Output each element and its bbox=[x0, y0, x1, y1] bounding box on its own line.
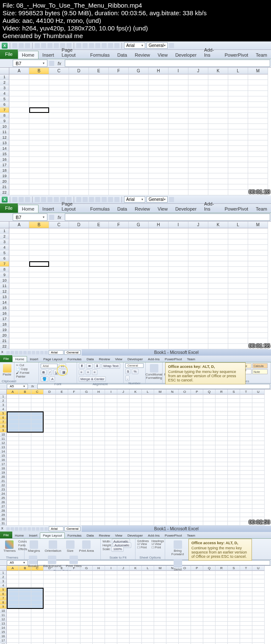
cell[interactable] bbox=[7, 575, 19, 579]
cell[interactable] bbox=[31, 403, 44, 407]
qat-redo-icon[interactable] bbox=[25, 197, 30, 202]
cell[interactable] bbox=[228, 278, 248, 283]
cell[interactable] bbox=[188, 311, 208, 316]
cell[interactable] bbox=[117, 504, 130, 509]
cell[interactable] bbox=[109, 96, 129, 102]
cell[interactable] bbox=[44, 639, 56, 643]
number-format-selector[interactable]: General▾ bbox=[147, 196, 168, 203]
cell[interactable] bbox=[142, 596, 154, 600]
cell[interactable] bbox=[49, 107, 69, 113]
cell[interactable] bbox=[191, 399, 203, 403]
cell[interactable] bbox=[191, 617, 203, 622]
cell[interactable] bbox=[31, 428, 44, 433]
cell[interactable] bbox=[31, 488, 44, 492]
row-header[interactable]: 8 bbox=[0, 424, 7, 428]
cell[interactable] bbox=[248, 96, 268, 102]
cell[interactable] bbox=[179, 433, 191, 437]
cell[interactable] bbox=[68, 592, 80, 596]
column-header[interactable]: E bbox=[89, 68, 109, 74]
cell[interactable] bbox=[89, 74, 109, 80]
cell[interactable] bbox=[228, 239, 248, 245]
cell[interactable] bbox=[19, 496, 31, 500]
cell[interactable] bbox=[9, 283, 29, 289]
cell[interactable] bbox=[9, 344, 29, 349]
cell[interactable] bbox=[216, 466, 228, 471]
cell[interactable] bbox=[169, 322, 188, 327]
cell[interactable] bbox=[179, 639, 191, 643]
cell[interactable] bbox=[188, 261, 208, 267]
cell[interactable] bbox=[130, 496, 142, 500]
cell[interactable] bbox=[191, 462, 203, 466]
cell[interactable] bbox=[49, 305, 69, 311]
cell[interactable] bbox=[9, 190, 29, 195]
cell[interactable] bbox=[228, 445, 240, 449]
cell[interactable] bbox=[179, 428, 191, 433]
cell[interactable] bbox=[240, 424, 252, 428]
cell[interactable] bbox=[69, 245, 89, 250]
cell[interactable] bbox=[9, 168, 29, 173]
cell[interactable] bbox=[203, 458, 216, 462]
row-header[interactable]: 12 bbox=[0, 289, 9, 294]
cell[interactable] bbox=[117, 399, 130, 403]
cell[interactable] bbox=[191, 500, 203, 504]
cell[interactable] bbox=[80, 509, 93, 513]
cell[interactable] bbox=[80, 626, 93, 630]
cell[interactable] bbox=[56, 571, 68, 575]
cell[interactable] bbox=[228, 261, 248, 267]
cell[interactable] bbox=[166, 424, 179, 428]
cell[interactable] bbox=[169, 278, 188, 283]
cell[interactable] bbox=[109, 184, 129, 190]
cell[interactable] bbox=[240, 403, 252, 407]
cell[interactable] bbox=[203, 575, 216, 579]
cell[interactable] bbox=[142, 639, 154, 643]
print-area-button[interactable]: Print Area bbox=[77, 540, 96, 554]
cell[interactable] bbox=[149, 140, 169, 146]
cell[interactable] bbox=[31, 622, 44, 626]
row-header[interactable]: 5 bbox=[0, 588, 7, 592]
cell[interactable] bbox=[31, 588, 44, 592]
cell[interactable] bbox=[208, 294, 228, 300]
cell[interactable] bbox=[154, 488, 166, 492]
font-color-button[interactable]: A bbox=[50, 376, 55, 382]
cell[interactable] bbox=[240, 600, 252, 605]
cell[interactable] bbox=[130, 416, 142, 420]
cell[interactable] bbox=[228, 146, 248, 151]
cell[interactable] bbox=[68, 613, 80, 617]
cell[interactable] bbox=[69, 151, 89, 157]
qat-undo-icon[interactable] bbox=[19, 197, 24, 202]
cell[interactable] bbox=[29, 129, 49, 135]
cell[interactable] bbox=[89, 135, 109, 140]
cell[interactable] bbox=[49, 74, 69, 80]
cell[interactable] bbox=[44, 445, 56, 449]
cell[interactable] bbox=[80, 521, 93, 526]
cell[interactable] bbox=[228, 333, 248, 338]
cell[interactable] bbox=[69, 289, 89, 294]
cell[interactable] bbox=[169, 250, 188, 256]
cell[interactable] bbox=[9, 322, 29, 327]
cell[interactable] bbox=[109, 305, 129, 311]
cell[interactable] bbox=[149, 239, 169, 245]
cell[interactable] bbox=[166, 588, 179, 592]
cell[interactable] bbox=[216, 634, 228, 639]
cell[interactable] bbox=[49, 162, 69, 168]
cell[interactable] bbox=[203, 411, 216, 416]
cell[interactable] bbox=[93, 509, 105, 513]
cell[interactable] bbox=[109, 261, 129, 267]
cell[interactable] bbox=[109, 283, 129, 289]
cell[interactable] bbox=[228, 344, 248, 349]
cell[interactable] bbox=[154, 613, 166, 617]
cell[interactable] bbox=[208, 173, 228, 179]
cell[interactable] bbox=[89, 283, 109, 289]
cell[interactable] bbox=[31, 600, 44, 605]
cell[interactable] bbox=[80, 428, 93, 433]
cell[interactable] bbox=[154, 437, 166, 441]
cell[interactable] bbox=[228, 428, 240, 433]
cell[interactable] bbox=[49, 256, 69, 261]
cell[interactable] bbox=[240, 622, 252, 626]
cell[interactable] bbox=[109, 234, 129, 239]
cell[interactable] bbox=[240, 626, 252, 630]
cell[interactable] bbox=[142, 445, 154, 449]
name-box[interactable]: B7▾ bbox=[13, 60, 47, 67]
cell[interactable] bbox=[69, 157, 89, 162]
cell[interactable] bbox=[68, 504, 80, 509]
